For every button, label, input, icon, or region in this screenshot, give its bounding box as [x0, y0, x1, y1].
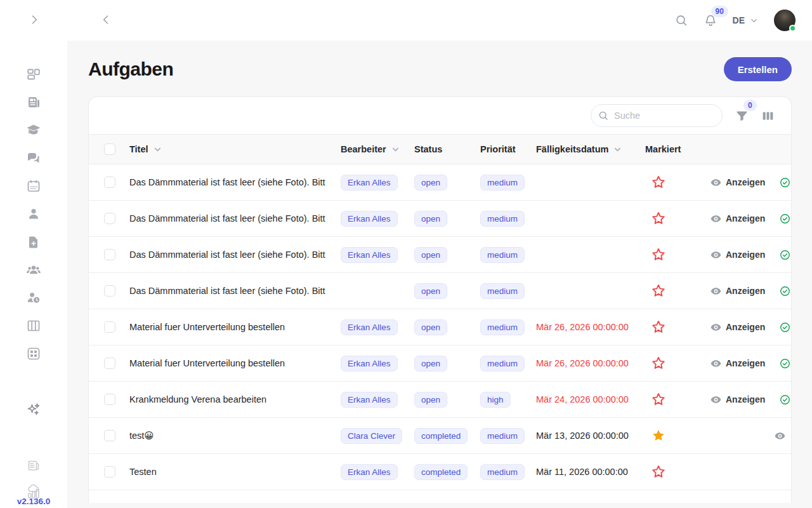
- create-button[interactable]: Erstellen: [724, 57, 792, 81]
- notification-count-badge: 90: [711, 6, 728, 17]
- row-checkbox[interactable]: [104, 466, 115, 478]
- language-switcher[interactable]: DE: [733, 15, 759, 25]
- complete-action[interactable]: Als al: [779, 249, 791, 261]
- eye-icon: [710, 358, 722, 370]
- filter-funnel-icon: [735, 109, 749, 123]
- view-action-label: Anzeigen: [726, 394, 765, 404]
- table-row[interactable]: Das Dämmmaterial ist fast leer (siehe Fo…: [89, 201, 791, 237]
- sidebar-item-team[interactable]: [26, 262, 41, 277]
- sidebar-item-board-columns[interactable]: [26, 318, 41, 333]
- row-checkbox[interactable]: [104, 177, 115, 188]
- sidebar-item-calendar[interactable]: [26, 178, 41, 194]
- chevron-right-icon: [28, 13, 41, 26]
- sidebar-item-chat[interactable]: [26, 150, 41, 166]
- expand-sidebar-button[interactable]: [27, 13, 42, 28]
- assignee-badge: Erkan Alles: [341, 464, 398, 480]
- sidebar-item-profile[interactable]: [26, 206, 41, 222]
- eye-icon: [710, 177, 722, 189]
- view-action[interactable]: Anzeigen: [710, 358, 765, 370]
- apps-grid-icon: [26, 346, 41, 361]
- sidebar-item-academy[interactable]: [26, 123, 41, 138]
- priority-badge: medium: [480, 211, 525, 227]
- row-checkbox[interactable]: [104, 285, 115, 297]
- sidebar-item-apps[interactable]: [26, 346, 41, 361]
- select-all-checkbox[interactable]: [104, 144, 115, 155]
- view-action[interactable]: Anzeigen: [710, 394, 765, 406]
- version-label[interactable]: v2.136.0: [17, 496, 51, 507]
- assignee-badge: Erkan Alles: [341, 175, 398, 190]
- sidebar-item-reports[interactable]: [26, 458, 41, 473]
- table-row[interactable]: test😀 Clara Clever completed medium Mär …: [89, 418, 791, 454]
- header-bearbeiter[interactable]: Bearbeiter: [341, 144, 414, 154]
- view-action[interactable]: [774, 430, 786, 442]
- star-outline-icon: [651, 392, 666, 407]
- table-row[interactable]: Material fuer Unterverteilung bestellen …: [89, 309, 791, 345]
- sidebar-item-dashboard[interactable]: [26, 67, 41, 82]
- mark-star-button[interactable]: [650, 283, 667, 299]
- header-titel[interactable]: Titel: [129, 144, 341, 154]
- back-button[interactable]: [98, 13, 114, 28]
- user-avatar[interactable]: [774, 10, 796, 31]
- sidebar-item-news[interactable]: [26, 95, 41, 110]
- chevron-down-icon: [749, 16, 759, 25]
- mark-star-button[interactable]: [650, 464, 667, 480]
- eye-icon: [710, 213, 722, 225]
- columns-settings-button[interactable]: [761, 109, 775, 123]
- sidebar-item-document-add[interactable]: [26, 234, 41, 250]
- view-action[interactable]: Anzeigen: [710, 285, 765, 297]
- complete-action[interactable]: Als al: [779, 213, 791, 225]
- check-circle-icon: [779, 213, 791, 225]
- status-badge: open: [414, 211, 447, 227]
- complete-action[interactable]: Als al: [779, 358, 791, 370]
- chat-bubbles-icon: [26, 150, 41, 166]
- due-date: Mär 24, 2026 00:00:00: [536, 394, 645, 404]
- search-icon: [598, 110, 609, 121]
- filter-count-badge: 0: [743, 100, 757, 111]
- table-row[interactable]: Krankmeldung Verena bearbeiten Erkan All…: [89, 382, 791, 418]
- star-outline-icon: [651, 283, 666, 298]
- table-row[interactable]: Das Dämmmaterial ist fast leer (siehe Fo…: [89, 164, 791, 201]
- status-badge: open: [414, 175, 447, 190]
- mark-star-button[interactable]: [650, 427, 667, 444]
- table-row[interactable]: Das Dämmmaterial ist fast leer (siehe Fo…: [89, 237, 791, 273]
- view-action-label: Anzeigen: [726, 286, 765, 296]
- status-badge: completed: [414, 464, 468, 480]
- row-checkbox[interactable]: [104, 358, 115, 369]
- mark-star-button[interactable]: [650, 174, 667, 190]
- priority-badge: high: [480, 392, 511, 408]
- row-checkbox[interactable]: [104, 394, 115, 405]
- complete-action[interactable]: Als al: [779, 321, 791, 333]
- table-row[interactable]: Material fuer Unterverteilung bestellen …: [89, 345, 791, 382]
- mark-star-button[interactable]: [650, 319, 667, 335]
- view-action[interactable]: Anzeigen: [710, 249, 765, 261]
- mark-star-button[interactable]: [650, 210, 667, 227]
- mark-star-button[interactable]: [650, 355, 667, 371]
- view-action[interactable]: Anzeigen: [710, 321, 765, 333]
- header-faelligkeitsdatum[interactable]: Fälligkeitsdatum: [536, 144, 645, 154]
- sidebar-item-person-time[interactable]: [26, 290, 41, 305]
- mark-star-button[interactable]: [650, 391, 667, 408]
- table-row[interactable]: Testen Erkan Alles completed medium Mär …: [89, 454, 791, 490]
- row-checkbox[interactable]: [104, 430, 115, 441]
- assignee-badge: Erkan Alles: [341, 319, 398, 335]
- priority-badge: medium: [480, 283, 525, 299]
- table-header-row: Titel Bearbeiter Status Priorität Fällig…: [89, 134, 791, 164]
- search-input[interactable]: [591, 104, 723, 127]
- filter-button[interactable]: [735, 109, 749, 123]
- table-row[interactable]: Das Dämmmaterial ist fast leer (siehe Fo…: [89, 273, 791, 309]
- view-action[interactable]: Anzeigen: [710, 177, 765, 189]
- row-checkbox[interactable]: [104, 321, 115, 333]
- sort-chevron-icon: [153, 145, 162, 154]
- status-badge: open: [414, 283, 447, 299]
- global-search-button[interactable]: [674, 13, 688, 27]
- complete-action[interactable]: Als al: [779, 177, 791, 189]
- complete-action[interactable]: Als al: [779, 285, 791, 297]
- mark-star-button[interactable]: [650, 246, 667, 263]
- check-circle-icon: [779, 394, 791, 406]
- row-checkbox[interactable]: [104, 249, 115, 260]
- row-checkbox[interactable]: [104, 213, 115, 224]
- status-badge: open: [414, 392, 447, 408]
- view-action[interactable]: Anzeigen: [710, 213, 765, 225]
- sidebar-item-ai[interactable]: [26, 402, 41, 417]
- complete-action[interactable]: Als al: [779, 394, 791, 406]
